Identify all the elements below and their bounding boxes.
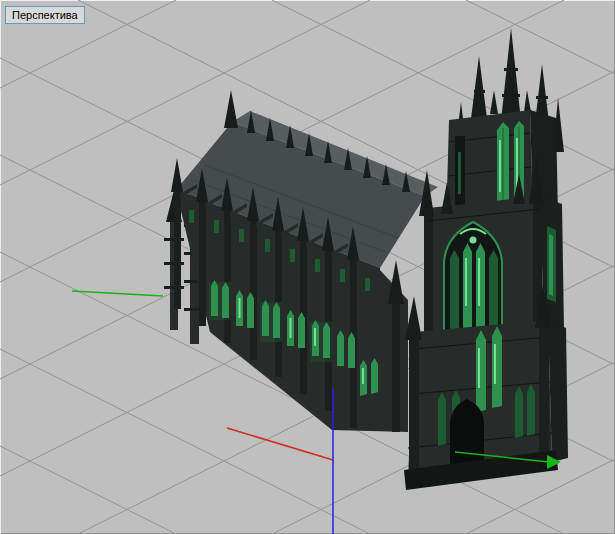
cathedral-model[interactable]	[164, 28, 568, 490]
scene-svg	[0, 0, 615, 534]
rose-window-glint	[470, 237, 477, 244]
viewport-label[interactable]: Перспектива	[5, 6, 85, 24]
portal-door	[450, 399, 484, 470]
perspective-viewport[interactable]: Перспектива	[0, 0, 615, 534]
facade-tower	[404, 28, 568, 490]
